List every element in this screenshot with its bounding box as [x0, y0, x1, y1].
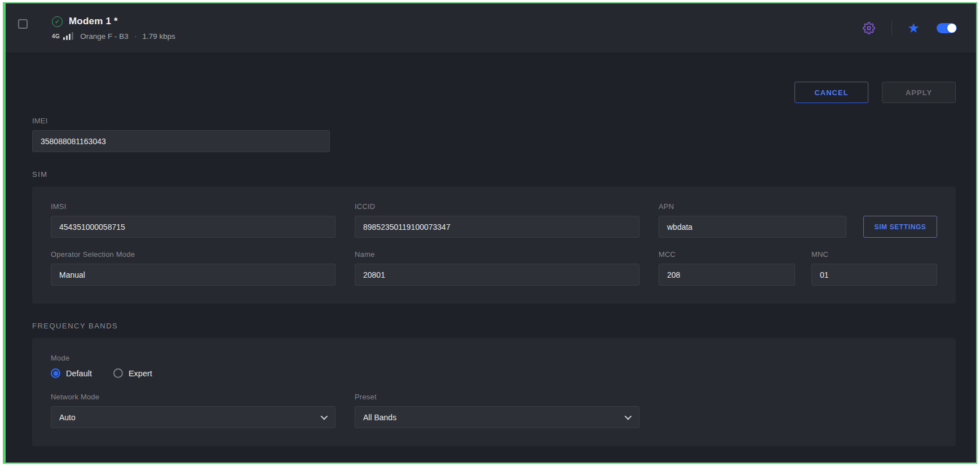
status-separator: ·: [134, 32, 137, 41]
radio-default[interactable]: Default: [51, 368, 92, 378]
name-field-group: Name: [355, 250, 639, 286]
iccid-label: ICCID: [355, 202, 639, 211]
network-mode-label: Network Mode: [51, 393, 336, 401]
mode-radio-group: Default Expert: [51, 368, 937, 378]
apn-label: APN: [659, 202, 846, 211]
imei-label: IMEI: [32, 117, 330, 125]
star-icon[interactable]: ★: [907, 21, 920, 35]
operator-selection-mode-input[interactable]: [51, 264, 336, 286]
mcc-field-group: MCC: [659, 250, 795, 286]
apn-input[interactable]: [659, 216, 846, 238]
modem-status-row: 4G Orange F - B3 · 1.79 kbps: [52, 32, 175, 41]
sim-section-label: SIM: [32, 170, 956, 179]
network-type-label: 4G: [52, 33, 60, 39]
sim-settings-button[interactable]: SIM SETTINGS: [863, 216, 937, 238]
throughput-label: 1.79 kbps: [143, 32, 176, 41]
operator-selection-mode-field-group: Operator Selection Mode: [51, 250, 336, 286]
preset-select[interactable]: All Bands: [355, 406, 639, 428]
form-actions: CANCEL APPLY: [32, 82, 956, 103]
network-mode-select[interactable]: Auto: [51, 406, 336, 428]
modem-config-content: CANCEL APPLY IMEI SIM IMSI ICCID APN: [6, 54, 976, 462]
modem-enable-toggle[interactable]: [937, 23, 957, 33]
toggle-knob: [947, 24, 956, 33]
modem-config-window: ✓ Modem 1 * 4G Orange F - B3 · 1.79 kbps…: [3, 2, 977, 464]
operator-selection-mode-label: Operator Selection Mode: [51, 250, 336, 259]
sim-panel: IMSI ICCID APN SIM SETTINGS Operator Sel…: [32, 186, 956, 304]
mnc-field-group: MNC: [811, 250, 937, 286]
preset-value: All Bands: [363, 413, 396, 422]
radio-selected-icon: [51, 368, 60, 378]
imei-field-group: IMEI: [32, 117, 330, 152]
header-divider: [891, 21, 892, 35]
iccid-field-group: ICCID: [355, 202, 639, 238]
mode-label: Mode: [51, 354, 937, 362]
gear-icon[interactable]: [862, 21, 876, 35]
name-input[interactable]: [355, 264, 639, 286]
imsi-input[interactable]: [51, 216, 336, 238]
chevron-down-icon: [625, 413, 632, 420]
radio-expert[interactable]: Expert: [113, 368, 152, 378]
apply-button[interactable]: APPLY: [882, 82, 956, 103]
operator-label: Orange F - B3: [80, 32, 129, 41]
chevron-down-icon: [321, 413, 328, 420]
mcc-label: MCC: [659, 250, 795, 259]
name-label: Name: [355, 250, 639, 259]
imsi-label: IMSI: [51, 202, 336, 211]
network-mode-value: Auto: [59, 413, 76, 422]
mnc-label: MNC: [811, 250, 937, 259]
imsi-field-group: IMSI: [51, 202, 336, 238]
modem-header: ✓ Modem 1 * 4G Orange F - B3 · 1.79 kbps…: [6, 3, 976, 54]
mcc-mnc-row: MCC MNC: [659, 250, 937, 286]
modem-select-checkbox[interactable]: [18, 19, 28, 29]
iccid-input[interactable]: [355, 216, 639, 238]
imei-input[interactable]: [32, 130, 330, 152]
frequency-bands-panel: Mode Default Expert Network Mode Auto: [32, 338, 956, 446]
status-check-icon: ✓: [52, 16, 63, 27]
mcc-input[interactable]: [659, 264, 795, 286]
mnc-input[interactable]: [811, 264, 937, 286]
apn-field-group: APN: [659, 202, 846, 238]
cancel-button[interactable]: CANCEL: [794, 82, 868, 103]
radio-unselected-icon: [113, 368, 123, 378]
frequency-bands-section-label: FREQUENCY BANDS: [32, 322, 956, 330]
preset-field-group: Preset All Bands: [355, 393, 639, 428]
preset-label: Preset: [355, 393, 639, 401]
header-actions: ★: [862, 21, 957, 35]
apn-row: APN SIM SETTINGS: [659, 202, 937, 238]
modem-title-block: ✓ Modem 1 * 4G Orange F - B3 · 1.79 kbps: [52, 16, 175, 41]
radio-expert-label: Expert: [129, 369, 152, 378]
radio-default-label: Default: [66, 369, 92, 378]
network-mode-field-group: Network Mode Auto: [51, 393, 336, 428]
signal-bars-icon: [63, 32, 73, 40]
modem-title: Modem 1 *: [69, 16, 118, 27]
